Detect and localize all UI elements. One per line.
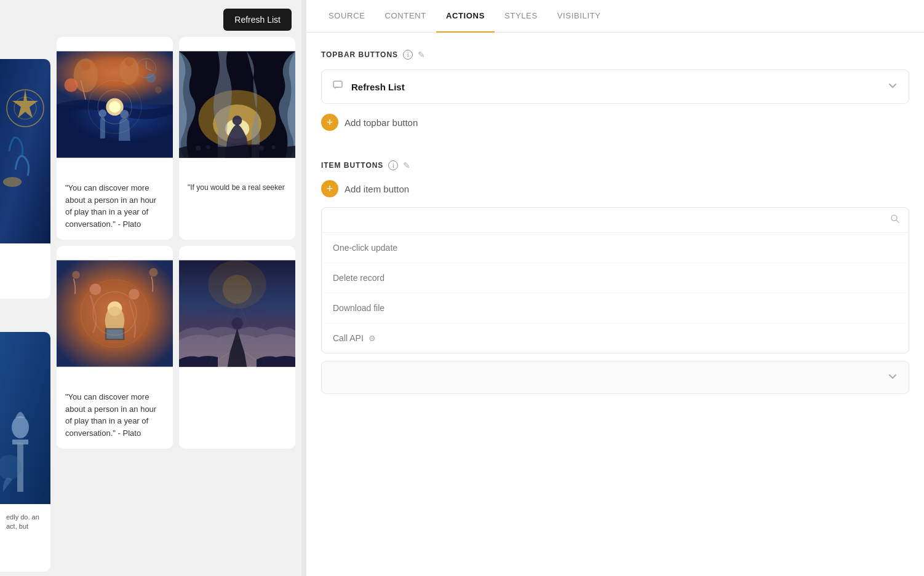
- settings-content: TOPBAR BUTTONS i ✎ Refresh List: [306, 33, 924, 576]
- item-buttons-edit-icon[interactable]: ✎: [403, 160, 410, 170]
- topbar-button-item-refresh[interactable]: Refresh List: [321, 69, 909, 104]
- refresh-list-chevron[interactable]: [888, 81, 898, 93]
- option-call-api[interactable]: Call API ⚙: [322, 323, 909, 353]
- partial-card-text-top: [0, 246, 50, 258]
- expanded-button-row[interactable]: [321, 361, 909, 394]
- refresh-list-label: Refresh List: [351, 82, 405, 92]
- refresh-list-button[interactable]: Refresh List: [223, 9, 292, 31]
- svg-point-31: [233, 116, 242, 125]
- cards-row-2: "You can discover more about a person in…: [50, 246, 301, 449]
- partial-card-img-bottom: [0, 332, 50, 504]
- svg-point-17: [99, 109, 107, 117]
- left-panel: edly do. an act, but Refresh List: [0, 0, 301, 576]
- chevron-svg: [888, 81, 898, 90]
- svg-point-45: [72, 271, 80, 279]
- card-1-image: [57, 37, 173, 172]
- add-topbar-label: Add topbar button: [345, 117, 418, 128]
- svg-rect-6: [12, 440, 28, 444]
- svg-point-12: [81, 61, 90, 71]
- svg-line-53: [896, 220, 899, 223]
- card-3-image: [57, 246, 173, 381]
- svg-point-16: [109, 101, 121, 112]
- svg-point-35: [271, 145, 275, 149]
- svg-point-38: [129, 289, 139, 299]
- cards-grid-container: Refresh List: [50, 0, 301, 576]
- tab-content[interactable]: CONTENT: [375, 0, 436, 33]
- add-item-icon: +: [321, 180, 338, 197]
- partial-card-top: [0, 59, 50, 299]
- expanded-row-chevron: [888, 371, 898, 384]
- svg-point-37: [90, 283, 102, 295]
- item-buttons-title: ITEM BUTTONS: [321, 161, 383, 170]
- option-download-file[interactable]: Download file: [322, 293, 909, 323]
- tab-styles[interactable]: STYLES: [495, 0, 548, 33]
- card-1: "You can discover more about a person in…: [57, 37, 173, 240]
- add-item-label: Add item button: [345, 184, 409, 194]
- svg-rect-51: [333, 81, 342, 87]
- topbar-buttons-title: TOPBAR BUTTONS: [321, 50, 398, 59]
- search-svg: [890, 214, 900, 224]
- tab-source[interactable]: SOURCE: [319, 0, 375, 33]
- option-delete-record[interactable]: Delete record: [322, 263, 909, 293]
- svg-point-33: [206, 145, 210, 149]
- call-api-row: Call API ⚙: [333, 333, 898, 343]
- card-2-text: "If you would be a real seeker: [179, 175, 295, 203]
- svg-point-14: [125, 58, 133, 66]
- tab-visibility[interactable]: VISIBILITY: [548, 0, 611, 33]
- message-svg: [333, 80, 344, 91]
- dropdown-search-row: [322, 208, 909, 233]
- call-api-label: Call API: [333, 333, 364, 343]
- topbar-button-item-left: Refresh List: [333, 80, 405, 93]
- expanded-chevron-svg: [888, 371, 898, 381]
- cards-area: "You can discover more about a person in…: [50, 37, 301, 240]
- svg-point-21: [155, 87, 162, 93]
- svg-point-18: [120, 110, 129, 119]
- svg-rect-42: [106, 329, 123, 339]
- svg-rect-0: [0, 59, 50, 243]
- partial-card-bottom: edly do. an act, but: [0, 332, 50, 572]
- svg-point-34: [259, 146, 264, 151]
- item-button-dropdown: One-click update Delete record Download …: [321, 207, 909, 353]
- svg-point-19: [65, 78, 78, 92]
- add-topbar-icon: +: [321, 114, 338, 131]
- svg-point-32: [196, 146, 201, 151]
- partial-card-img-top: [0, 59, 50, 243]
- card-2-image: [179, 37, 295, 172]
- card-4-image: [179, 246, 295, 381]
- dropdown-search-icon: [890, 214, 900, 226]
- call-api-gear-icon: ⚙: [368, 334, 376, 343]
- svg-point-46: [149, 268, 157, 277]
- right-panel: SOURCE CONTENT ACTIONS STYLES VISIBILITY…: [306, 0, 924, 576]
- add-item-button-row[interactable]: + Add item button: [321, 180, 909, 197]
- message-icon: [333, 80, 344, 93]
- svg-point-50: [223, 275, 252, 304]
- add-topbar-button-row[interactable]: + Add topbar button: [321, 114, 909, 131]
- topbar-buttons-info-icon[interactable]: i: [403, 50, 413, 60]
- option-one-click-update[interactable]: One-click update: [322, 233, 909, 263]
- topbar-buttons-edit-icon[interactable]: ✎: [418, 50, 425, 60]
- card-3-text: "You can discover more about a person in…: [57, 384, 173, 449]
- partial-left-cards: edly do. an act, but: [0, 0, 50, 576]
- card-1-text: "You can discover more about a person in…: [57, 175, 173, 240]
- topbar-buttons-header: TOPBAR BUTTONS i ✎: [321, 50, 909, 60]
- item-buttons-header: ITEM BUTTONS i ✎: [321, 160, 909, 170]
- card-4: [179, 246, 295, 449]
- refresh-row: Refresh List: [50, 0, 301, 37]
- item-buttons-info-icon[interactable]: i: [388, 160, 398, 170]
- card-2: "If you would be a real seeker: [179, 37, 295, 240]
- tab-bar: SOURCE CONTENT ACTIONS STYLES VISIBILITY: [306, 0, 924, 33]
- svg-point-3: [3, 177, 22, 187]
- card-3: "You can discover more about a person in…: [57, 246, 173, 449]
- panel-divider: [301, 0, 306, 576]
- tab-actions[interactable]: ACTIONS: [436, 0, 495, 33]
- svg-point-48: [231, 317, 243, 329]
- svg-point-7: [12, 416, 29, 438]
- partial-card-text-bottom: edly do. an act, but: [0, 507, 50, 538]
- dropdown-search-input[interactable]: [330, 215, 885, 225]
